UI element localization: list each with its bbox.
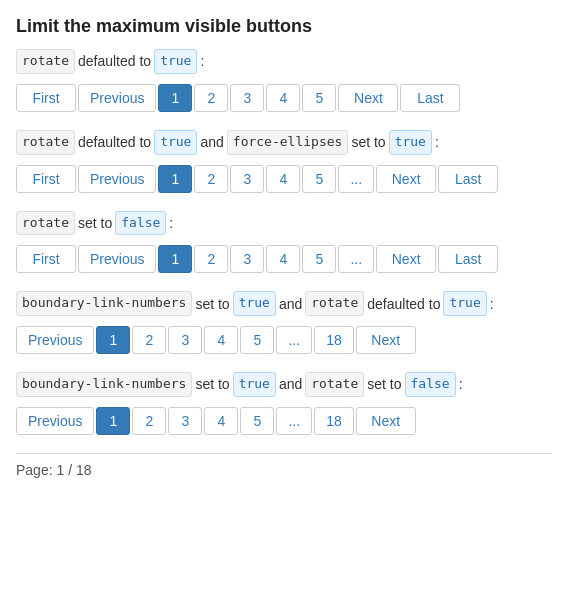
desc-text: set to bbox=[78, 212, 112, 234]
pagination: FirstPrevious12345...NextLast bbox=[16, 245, 552, 273]
section-section3: rotateset tofalse:FirstPrevious12345...N… bbox=[16, 211, 552, 274]
page-number-button[interactable]: 5 bbox=[302, 84, 336, 112]
section-section5: boundary-link-numbersset totrueandrotate… bbox=[16, 372, 552, 435]
desc-text: defaulted to bbox=[367, 293, 440, 315]
code-tag-blue: true bbox=[154, 130, 197, 155]
section-section2: rotatedefaulted totrueandforce-ellipsess… bbox=[16, 130, 552, 193]
page-number-button[interactable]: 1 bbox=[158, 165, 192, 193]
first-button[interactable]: First bbox=[16, 165, 76, 193]
prev-button[interactable]: Previous bbox=[78, 245, 156, 273]
description: boundary-link-numbersset totrueandrotate… bbox=[16, 291, 552, 316]
last-page-number-button[interactable]: 18 bbox=[314, 407, 354, 435]
code-tag-blue: true bbox=[154, 49, 197, 74]
page-number-button[interactable]: 2 bbox=[132, 326, 166, 354]
page-number-button[interactable]: 1 bbox=[96, 407, 130, 435]
page-number-button[interactable]: 5 bbox=[302, 165, 336, 193]
page-number-button[interactable]: 1 bbox=[158, 245, 192, 273]
section-section4: boundary-link-numbersset totrueandrotate… bbox=[16, 291, 552, 354]
desc-text: and bbox=[279, 373, 302, 395]
page-number-button[interactable]: 4 bbox=[266, 84, 300, 112]
page-number-button[interactable]: 4 bbox=[204, 326, 238, 354]
code-tag: boundary-link-numbers bbox=[16, 291, 192, 316]
page-title: Limit the maximum visible buttons bbox=[16, 16, 552, 37]
code-tag: rotate bbox=[16, 49, 75, 74]
desc-text: : bbox=[200, 50, 204, 72]
desc-text: and bbox=[200, 131, 223, 153]
next-button[interactable]: Next bbox=[376, 165, 436, 193]
next-button[interactable]: Next bbox=[356, 407, 416, 435]
description: boundary-link-numbersset totrueandrotate… bbox=[16, 372, 552, 397]
last-button[interactable]: Last bbox=[438, 165, 498, 193]
page-number-button[interactable]: 5 bbox=[240, 326, 274, 354]
page-number-button[interactable]: 2 bbox=[194, 245, 228, 273]
page-number-button[interactable]: 1 bbox=[96, 326, 130, 354]
code-tag-blue: false bbox=[405, 372, 456, 397]
code-tag: rotate bbox=[16, 130, 75, 155]
last-button[interactable]: Last bbox=[438, 245, 498, 273]
page-number-button[interactable]: 3 bbox=[230, 165, 264, 193]
desc-text: set to bbox=[367, 373, 401, 395]
section-section1: rotatedefaulted totrue:FirstPrevious1234… bbox=[16, 49, 552, 112]
next-button[interactable]: Next bbox=[356, 326, 416, 354]
page-number-button[interactable]: 3 bbox=[168, 326, 202, 354]
first-button[interactable]: First bbox=[16, 245, 76, 273]
code-tag-blue: true bbox=[443, 291, 486, 316]
code-tag-blue: true bbox=[233, 291, 276, 316]
next-button[interactable]: Next bbox=[376, 245, 436, 273]
prev-button[interactable]: Previous bbox=[16, 407, 94, 435]
desc-text: : bbox=[169, 212, 173, 234]
desc-text: defaulted to bbox=[78, 131, 151, 153]
desc-text: set to bbox=[351, 131, 385, 153]
ellipsis: ... bbox=[338, 165, 374, 193]
page-number-button[interactable]: 2 bbox=[132, 407, 166, 435]
page-number-button[interactable]: 3 bbox=[168, 407, 202, 435]
desc-text: set to bbox=[195, 293, 229, 315]
code-tag: rotate bbox=[305, 291, 364, 316]
page-number-button[interactable]: 2 bbox=[194, 84, 228, 112]
code-tag-blue: false bbox=[115, 211, 166, 236]
page-number-button[interactable]: 4 bbox=[266, 245, 300, 273]
page-number-button[interactable]: 4 bbox=[266, 165, 300, 193]
ellipsis: ... bbox=[338, 245, 374, 273]
ellipsis: ... bbox=[276, 326, 312, 354]
desc-text: : bbox=[490, 293, 494, 315]
page-number-button[interactable]: 1 bbox=[158, 84, 192, 112]
prev-button[interactable]: Previous bbox=[16, 326, 94, 354]
code-tag: rotate bbox=[305, 372, 364, 397]
next-button[interactable]: Next bbox=[338, 84, 398, 112]
last-button[interactable]: Last bbox=[400, 84, 460, 112]
pagination: FirstPrevious12345...NextLast bbox=[16, 165, 552, 193]
first-button[interactable]: First bbox=[16, 84, 76, 112]
pagination: Previous12345...18Next bbox=[16, 407, 552, 435]
page-info: Page: 1 / 18 bbox=[16, 462, 92, 478]
page-number-button[interactable]: 5 bbox=[302, 245, 336, 273]
desc-text: set to bbox=[195, 373, 229, 395]
description: rotateset tofalse: bbox=[16, 211, 552, 236]
page-number-button[interactable]: 3 bbox=[230, 245, 264, 273]
desc-text: : bbox=[435, 131, 439, 153]
desc-text: : bbox=[459, 373, 463, 395]
footer-bar: Page: 1 / 18 bbox=[16, 453, 552, 478]
ellipsis: ... bbox=[276, 407, 312, 435]
code-tag-blue: true bbox=[389, 130, 432, 155]
pagination: FirstPrevious12345NextLast bbox=[16, 84, 552, 112]
code-tag: rotate bbox=[16, 211, 75, 236]
page-number-button[interactable]: 4 bbox=[204, 407, 238, 435]
prev-button[interactable]: Previous bbox=[78, 165, 156, 193]
code-tag: force-ellipses bbox=[227, 130, 349, 155]
desc-text: defaulted to bbox=[78, 50, 151, 72]
page-number-button[interactable]: 3 bbox=[230, 84, 264, 112]
desc-text: and bbox=[279, 293, 302, 315]
page-number-button[interactable]: 5 bbox=[240, 407, 274, 435]
last-page-number-button[interactable]: 18 bbox=[314, 326, 354, 354]
pagination: Previous12345...18Next bbox=[16, 326, 552, 354]
code-tag-blue: true bbox=[233, 372, 276, 397]
code-tag: boundary-link-numbers bbox=[16, 372, 192, 397]
description: rotatedefaulted totrueandforce-ellipsess… bbox=[16, 130, 552, 155]
description: rotatedefaulted totrue: bbox=[16, 49, 552, 74]
page-number-button[interactable]: 2 bbox=[194, 165, 228, 193]
prev-button[interactable]: Previous bbox=[78, 84, 156, 112]
